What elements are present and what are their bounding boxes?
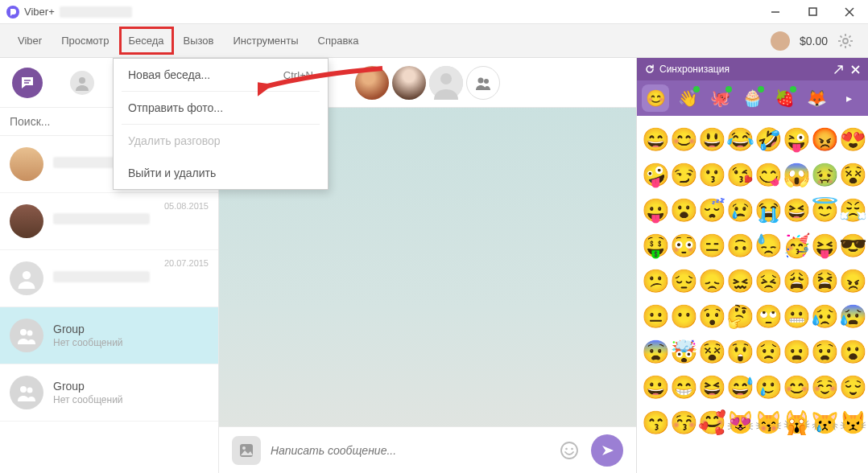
- settings-gear-icon[interactable]: [837, 33, 854, 49]
- sticker-popout-icon[interactable]: [834, 65, 843, 74]
- sticker-cell[interactable]: 😵: [698, 336, 726, 367]
- sticker-cell[interactable]: 🤢: [811, 159, 839, 190]
- window-maximize-button[interactable]: [794, 0, 831, 24]
- sticker-cell[interactable]: 😕: [642, 265, 670, 296]
- sticker-cell[interactable]: 😙: [642, 407, 670, 438]
- menu-tools[interactable]: Инструменты: [224, 27, 308, 55]
- sticker-cell[interactable]: 😰: [839, 301, 867, 331]
- sticker-cell[interactable]: 😡: [811, 124, 839, 154]
- conversation-item[interactable]: 05.08.2015: [0, 193, 218, 250]
- sticker-cell[interactable]: 😫: [811, 265, 839, 296]
- sticker-cell[interactable]: 😚: [670, 407, 698, 438]
- sticker-cell[interactable]: 😔: [670, 265, 698, 296]
- sticker-cell[interactable]: 😛: [642, 195, 670, 225]
- window-minimize-button[interactable]: [757, 0, 794, 24]
- sticker-cell[interactable]: 😩: [783, 265, 811, 296]
- sticker-cell[interactable]: 😝: [811, 230, 839, 261]
- sticker-cell[interactable]: 😐: [642, 301, 670, 331]
- sticker-tab-pack-3[interactable]: 🍓: [771, 84, 798, 112]
- sticker-cell[interactable]: 😥: [811, 301, 839, 331]
- sticker-cell[interactable]: 😦: [783, 336, 811, 367]
- menu-help[interactable]: Справка: [308, 27, 369, 55]
- sticker-close-icon[interactable]: [851, 65, 860, 74]
- sticker-cell[interactable]: 😜: [783, 124, 811, 154]
- tab-contacts[interactable]: [55, 58, 110, 107]
- sticker-cell[interactable]: 😽: [754, 407, 783, 438]
- sticker-cell[interactable]: 😇: [811, 195, 839, 225]
- message-input[interactable]: [271, 444, 548, 457]
- menu-leave-and-delete[interactable]: Выйти и удалить: [114, 157, 328, 189]
- participant-avatar-empty[interactable]: [429, 66, 463, 100]
- sticker-cell[interactable]: 🙃: [726, 230, 754, 261]
- participant-avatar[interactable]: [355, 66, 389, 100]
- sticker-cell[interactable]: 😴: [698, 195, 726, 225]
- sticker-tab-hi[interactable]: 👋: [674, 84, 701, 112]
- sticker-cell[interactable]: 😧: [811, 336, 839, 367]
- sticker-cell[interactable]: 🤪: [642, 159, 670, 190]
- sticker-tab-pack-2[interactable]: 🧁: [738, 84, 766, 112]
- sticker-cell[interactable]: 😊: [670, 124, 698, 154]
- sticker-cell[interactable]: 😞: [698, 265, 726, 296]
- sticker-cell[interactable]: 🥲: [754, 372, 783, 402]
- sticker-cell[interactable]: 😗: [698, 159, 726, 190]
- sticker-cell[interactable]: 🥳: [783, 230, 811, 261]
- sticker-cell[interactable]: 😾: [839, 407, 867, 438]
- menu-conversation[interactable]: Беседа: [119, 27, 174, 55]
- sticker-cell[interactable]: 😮: [670, 195, 698, 225]
- sticker-cell[interactable]: 😤: [839, 195, 867, 225]
- sticker-cell[interactable]: 😻: [726, 407, 754, 438]
- sticker-cell[interactable]: 😋: [754, 159, 783, 190]
- tab-chats[interactable]: [0, 58, 55, 107]
- attach-media-button[interactable]: [232, 436, 261, 465]
- conversation-item[interactable]: Group Нет сообщений: [0, 364, 218, 422]
- sticker-cell[interactable]: 😠: [839, 265, 867, 296]
- menu-call[interactable]: Вызов: [174, 27, 224, 55]
- sticker-cell[interactable]: 😵: [839, 159, 867, 190]
- sticker-cell[interactable]: 😍: [839, 124, 867, 154]
- sticker-cell[interactable]: 😎: [839, 230, 867, 261]
- sticker-cell[interactable]: 😀: [642, 372, 670, 402]
- sticker-cell[interactable]: 🤑: [642, 230, 670, 261]
- sticker-cell[interactable]: 😌: [839, 372, 867, 402]
- sticker-cell[interactable]: 😘: [726, 159, 754, 190]
- sticker-cell[interactable]: 😄: [642, 124, 670, 154]
- emoji-picker-button[interactable]: [557, 438, 581, 463]
- menu-viber[interactable]: Viber: [8, 27, 52, 55]
- send-button[interactable]: [591, 434, 623, 467]
- sticker-cell[interactable]: 😏: [670, 159, 698, 190]
- add-participant-button[interactable]: [466, 66, 500, 100]
- sticker-cell[interactable]: 🥰: [698, 407, 726, 438]
- conversation-item[interactable]: 20.07.2015: [0, 250, 218, 307]
- sticker-cell[interactable]: 🤯: [670, 336, 698, 367]
- sticker-cell[interactable]: 😃: [698, 124, 726, 154]
- sticker-cell[interactable]: 😿: [811, 407, 839, 438]
- sticker-cell[interactable]: 😖: [726, 265, 754, 296]
- menu-new-conversation[interactable]: Новая беседа... Ctrl+N: [114, 59, 328, 91]
- sticker-cell[interactable]: ☺️: [811, 372, 839, 402]
- sticker-cell[interactable]: 😲: [726, 336, 754, 367]
- sticker-tab-smileys[interactable]: 😊: [642, 84, 669, 112]
- menu-send-photo[interactable]: Отправить фото...: [114, 92, 328, 124]
- balance-label[interactable]: $0.00: [800, 35, 828, 47]
- sticker-tab-more[interactable]: ▸: [835, 84, 862, 112]
- sticker-cell[interactable]: 😂: [726, 124, 754, 154]
- user-avatar-icon[interactable]: [771, 31, 790, 51]
- menu-view[interactable]: Просмотр: [52, 27, 118, 55]
- conversation-item[interactable]: Group Нет сообщений: [0, 307, 218, 364]
- window-close-button[interactable]: [831, 0, 868, 24]
- sticker-cell[interactable]: 😳: [670, 230, 698, 261]
- sticker-cell[interactable]: 😓: [754, 230, 783, 261]
- sticker-cell[interactable]: 😨: [642, 336, 670, 367]
- participant-avatar[interactable]: [392, 66, 426, 100]
- sticker-tab-pack-4[interactable]: 🦊: [803, 84, 830, 112]
- sticker-cell[interactable]: 😮: [839, 336, 867, 367]
- sticker-cell[interactable]: 😭: [754, 195, 783, 225]
- sticker-cell[interactable]: 😆: [783, 195, 811, 225]
- sticker-cell[interactable]: 😁: [670, 372, 698, 402]
- sticker-cell[interactable]: 😬: [783, 301, 811, 331]
- sticker-cell[interactable]: 🙀: [783, 407, 811, 438]
- sticker-cell[interactable]: 😯: [698, 301, 726, 331]
- sticker-cell[interactable]: 😑: [698, 230, 726, 261]
- sticker-cell[interactable]: 🙄: [754, 301, 783, 331]
- sticker-cell[interactable]: 😆: [698, 372, 726, 402]
